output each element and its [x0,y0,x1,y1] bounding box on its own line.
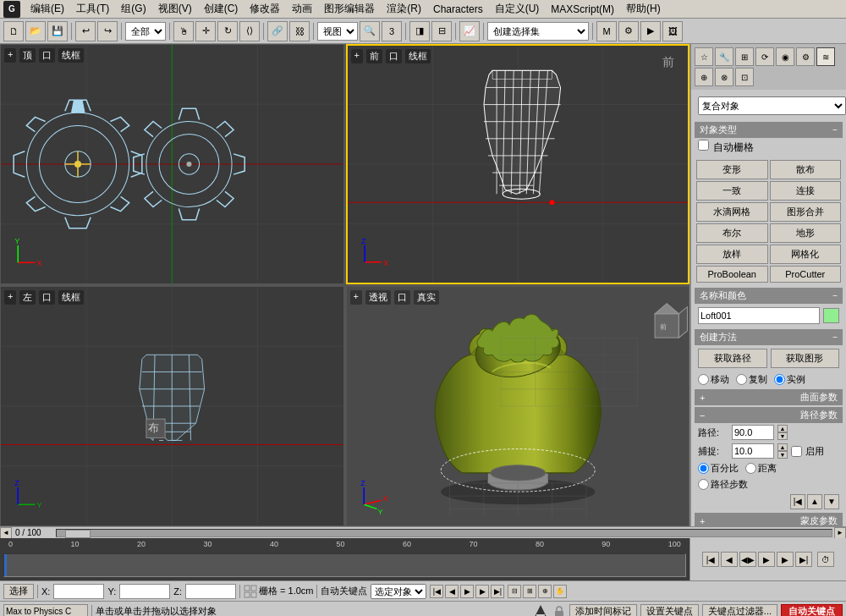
menu-modifier[interactable]: 修改器 [244,0,285,18]
path-spin-up[interactable]: ▲ [777,425,788,432]
viewport-top[interactable]: + 顶 口 线框 [0,44,344,284]
x-input[interactable] [53,584,104,599]
time-config-btn[interactable]: ⏱ [817,552,834,567]
filter-select[interactable]: 全部 [125,22,166,41]
compound-object-select[interactable]: 复合对象 [698,96,846,115]
vp-mode-top[interactable]: 口 [39,48,55,63]
deform-btn[interactable]: 变形 [696,160,768,179]
vp-render-left[interactable]: 线框 [58,290,84,305]
graph-editor-btn[interactable]: 📈 [459,21,480,41]
path-nav-next[interactable]: ▼ [824,494,839,509]
scroll-left-btn[interactable]: ◄ [0,527,12,539]
material-btn[interactable]: M [596,21,617,41]
snap-enabled-checkbox[interactable] [791,446,802,457]
keyframe-track[interactable] [3,553,686,577]
zoom-btn[interactable]: 🔍 [360,21,380,41]
key-filter-btn[interactable]: 关键点过滤器... [702,604,777,617]
object-name-input[interactable] [698,307,820,324]
proboolean-btn[interactable]: ProBoolean [696,266,768,283]
mesher-btn[interactable]: 网格化 [770,245,842,264]
play-rev-btn[interactable]: ◀▶ [739,552,756,567]
instance-radio[interactable] [774,374,785,385]
max-to-physics-btn[interactable]: Max to Physics C [3,604,88,617]
panel-tab-utilities[interactable]: ⚙ [796,47,815,66]
set-key-btn[interactable]: 设置关键点 [640,604,699,617]
menu-group[interactable]: 组(G) [116,0,151,18]
create-method-header[interactable]: 创建方法 − [695,329,843,345]
menu-edit[interactable]: 编辑(E) [25,0,69,18]
menu-tools[interactable]: 工具(T) [71,0,114,18]
path-params-header[interactable]: − 路径参数 [695,407,843,423]
menu-graph-editor[interactable]: 图形编辑器 [319,0,380,18]
play-btn[interactable]: ▶ [758,552,775,567]
panel-tab-modify[interactable]: 🔧 [715,47,733,66]
menu-characters[interactable]: Characters [428,2,488,17]
last-frame-btn[interactable]: ▶| [795,552,812,567]
animate-btn[interactable]: 自动关键点 [781,604,843,617]
render-btn[interactable]: ▶ [640,21,661,41]
vp-render-top[interactable]: 线框 [58,48,84,63]
path-nav-first[interactable]: |◀ [790,494,805,509]
boolean-btn[interactable]: 布尔 [696,223,768,243]
vp-name-persp[interactable]: 透视 [365,290,391,305]
panel-tab-motion[interactable]: ⟳ [755,47,774,66]
connect-btn[interactable]: 连接 [770,181,842,201]
open-btn[interactable]: 📂 [25,21,46,41]
path-spin-down[interactable]: ▼ [777,432,788,440]
scale-btn[interactable]: ⟨⟩ [239,21,260,41]
activeShade-btn[interactable]: 🖼 [662,21,683,41]
vp-render-persp[interactable]: 真实 [414,290,439,305]
viewport-maximize[interactable]: ⊞ [523,585,536,598]
menu-help[interactable]: 帮助(H) [621,0,666,18]
key-nav-first[interactable]: |◀ [430,585,443,598]
skin-params-header[interactable]: + 蒙皮参数 [695,513,843,526]
z-input[interactable] [185,584,236,599]
path-nav-prev[interactable]: ▲ [807,494,822,509]
get-shape-btn[interactable]: 获取图形 [771,349,840,368]
unlink-btn[interactable]: ⛓ [289,21,310,41]
loft-btn[interactable]: 放样 [696,245,768,264]
auto-grid-checkbox[interactable] [698,140,709,151]
mirror-btn[interactable]: ◨ [409,21,430,41]
viewport-pan[interactable]: ✋ [553,585,567,598]
viewport-perspective[interactable]: + 透视 口 真实 [346,286,690,526]
menu-create[interactable]: 创建(C) [199,0,244,18]
panel-tab-extra2[interactable]: ⊗ [715,68,733,86]
vp-name-left[interactable]: 左 [19,290,36,305]
terrain-btn[interactable]: 地形 [770,223,842,243]
key-nav-prev[interactable]: ◀ [445,585,459,598]
panel-tab-extra3[interactable]: ⊡ [735,68,754,86]
scroll-thumb[interactable] [65,530,91,538]
viewport-minimize[interactable]: ⊟ [508,585,521,598]
add-time-btn[interactable]: 添加时间标记 [569,604,637,617]
scroll-track[interactable] [56,529,832,537]
first-frame-btn[interactable]: |◀ [702,552,719,567]
panel-tab-extra[interactable]: ⊕ [695,68,713,86]
menu-maxscript[interactable]: MAXScript(M) [546,2,619,17]
viewport-front[interactable]: + 前 口 线框 [346,44,690,284]
key-nav-play[interactable]: ▶ [460,585,474,598]
vp-plus-persp[interactable]: + [350,290,362,305]
panel-tab-active[interactable]: ≋ [816,47,835,66]
snap-spin-down[interactable]: ▼ [777,451,788,459]
snap-spin-up[interactable]: ▲ [777,443,788,451]
redo-btn[interactable]: ↪ [97,21,118,41]
distance-radio[interactable] [745,463,756,474]
key-nav-next[interactable]: ▶ [475,585,489,598]
get-path-btn[interactable]: 获取路径 [698,349,767,368]
panel-tab-hierarchy[interactable]: ⊞ [735,47,754,66]
rotate-btn[interactable]: ↻ [217,21,238,41]
scroll-right-btn[interactable]: ► [834,527,846,539]
vp-plus-left[interactable]: + [4,290,16,305]
key-nav-last[interactable]: ▶| [491,585,504,598]
vp-plus-top[interactable]: + [4,48,16,63]
path-steps-radio[interactable] [698,479,709,490]
prev-frame-btn[interactable]: ◀ [721,552,738,567]
select-btn[interactable]: 选择 [3,584,34,599]
vp-mode-front[interactable]: 口 [386,49,402,63]
menu-custom[interactable]: 自定义(U) [490,0,545,18]
move-btn[interactable]: ✛ [195,21,216,41]
vp-name-top[interactable]: 顶 [19,48,36,63]
view-select[interactable]: 视图 [317,22,358,41]
select-btn[interactable]: 🖱 [173,21,194,41]
